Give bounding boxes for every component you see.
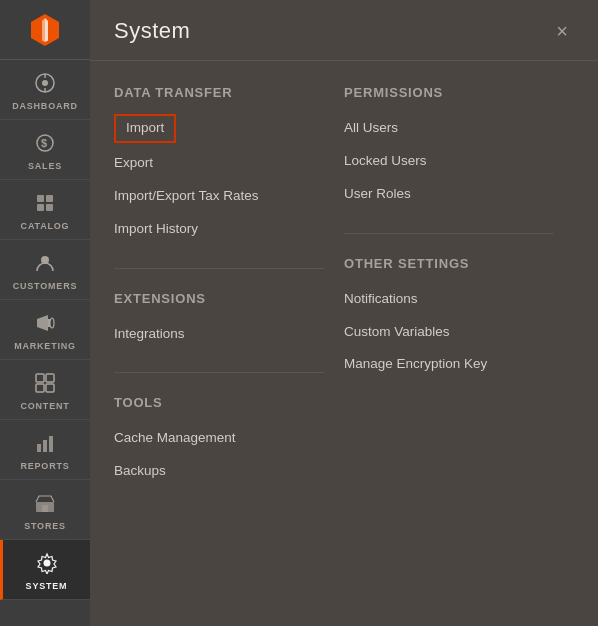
reports-icon — [34, 432, 56, 457]
sidebar-item-marketing[interactable]: MARKETING — [0, 300, 90, 360]
menu-item-manage-encryption-key[interactable]: Manage Encryption Key — [344, 350, 554, 379]
svg-point-4 — [42, 80, 48, 86]
system-icon — [36, 552, 58, 577]
svg-rect-23 — [49, 436, 53, 452]
other-settings-heading: Other Settings — [344, 256, 554, 271]
svg-point-26 — [43, 560, 50, 567]
content-icon — [34, 372, 56, 397]
sidebar-item-catalog[interactable]: CATALOG — [0, 180, 90, 240]
sidebar-item-sales[interactable]: $ SALES — [0, 120, 90, 180]
sidebar-item-system-label: SYSTEM — [26, 581, 68, 591]
sidebar-item-stores[interactable]: STORES — [0, 480, 90, 540]
sidebar-item-content-label: CONTENT — [20, 401, 69, 411]
svg-rect-12 — [46, 204, 53, 211]
svg-text:$: $ — [41, 137, 48, 149]
sidebar-item-reports-label: REPORTS — [20, 461, 69, 471]
menu-item-import[interactable]: Import — [114, 114, 176, 143]
left-column: Data Transfer Import Export Import/Expor… — [114, 81, 344, 510]
menu-item-user-roles[interactable]: User Roles — [344, 180, 554, 209]
sidebar: DASHBOARD $ SALES CATALOG — [0, 0, 90, 626]
menu-item-all-users[interactable]: All Users — [344, 114, 554, 143]
svg-rect-11 — [37, 204, 44, 211]
svg-rect-9 — [37, 195, 44, 202]
sidebar-item-dashboard-label: DASHBOARD — [12, 101, 78, 111]
customers-icon — [34, 252, 56, 277]
svg-rect-25 — [42, 505, 48, 512]
sidebar-item-sales-label: SALES — [28, 161, 62, 171]
menu-item-cache-management[interactable]: Cache Management — [114, 424, 324, 453]
menu-item-import-export-tax-rates[interactable]: Import/Export Tax Rates — [114, 182, 324, 211]
menu-grid: Data Transfer Import Export Import/Expor… — [90, 61, 598, 530]
tools-section: Tools Cache Management Backups — [114, 395, 324, 486]
sales-icon: $ — [34, 132, 56, 157]
dashboard-icon — [34, 72, 56, 97]
svg-marker-1 — [42, 18, 45, 42]
other-settings-section: Other Settings Notifications Custom Vari… — [344, 256, 554, 380]
menu-item-import-history[interactable]: Import History — [114, 215, 324, 244]
menu-item-export[interactable]: Export — [114, 149, 324, 178]
sidebar-item-reports[interactable]: REPORTS — [0, 420, 90, 480]
sidebar-logo — [0, 0, 90, 60]
svg-rect-19 — [36, 384, 44, 392]
menu-item-custom-variables[interactable]: Custom Variables — [344, 318, 554, 347]
menu-item-integrations[interactable]: Integrations — [114, 320, 324, 349]
permissions-heading: Permissions — [344, 85, 554, 100]
extensions-section: Extensions Integrations — [114, 291, 324, 349]
sidebar-item-dashboard[interactable]: DASHBOARD — [0, 60, 90, 120]
tools-heading: Tools — [114, 395, 324, 410]
svg-rect-20 — [46, 384, 54, 392]
divider-2 — [114, 372, 324, 373]
catalog-icon — [34, 192, 56, 217]
sidebar-item-customers[interactable]: CUSTOMERS — [0, 240, 90, 300]
right-column: Permissions All Users Locked Users User … — [344, 81, 574, 510]
svg-rect-21 — [37, 444, 41, 452]
system-panel: System × Data Transfer Import Export Imp… — [90, 0, 598, 626]
svg-marker-14 — [37, 315, 48, 331]
svg-rect-10 — [46, 195, 53, 202]
extensions-heading: Extensions — [114, 291, 324, 306]
panel-header: System × — [90, 0, 598, 61]
menu-item-notifications[interactable]: Notifications — [344, 285, 554, 314]
svg-marker-2 — [45, 18, 48, 42]
divider-3 — [344, 233, 554, 234]
panel-title: System — [114, 18, 190, 44]
sidebar-item-catalog-label: CATALOG — [21, 221, 70, 231]
menu-item-locked-users[interactable]: Locked Users — [344, 147, 554, 176]
marketing-icon — [34, 312, 56, 337]
sidebar-item-system[interactable]: SYSTEM — [0, 540, 90, 600]
stores-icon — [34, 492, 56, 517]
svg-rect-18 — [46, 374, 54, 382]
svg-point-16 — [50, 318, 54, 328]
permissions-section: Permissions All Users Locked Users User … — [344, 85, 554, 209]
sidebar-item-content[interactable]: CONTENT — [0, 360, 90, 420]
sidebar-item-marketing-label: MARKETING — [14, 341, 76, 351]
close-button[interactable]: × — [550, 19, 574, 43]
data-transfer-section: Data Transfer Import Export Import/Expor… — [114, 85, 324, 244]
data-transfer-heading: Data Transfer — [114, 85, 324, 100]
sidebar-item-stores-label: STORES — [24, 521, 66, 531]
sidebar-item-customers-label: CUSTOMERS — [13, 281, 78, 291]
svg-rect-22 — [43, 440, 47, 452]
svg-rect-17 — [36, 374, 44, 382]
menu-item-backups[interactable]: Backups — [114, 457, 324, 486]
divider-1 — [114, 268, 324, 269]
